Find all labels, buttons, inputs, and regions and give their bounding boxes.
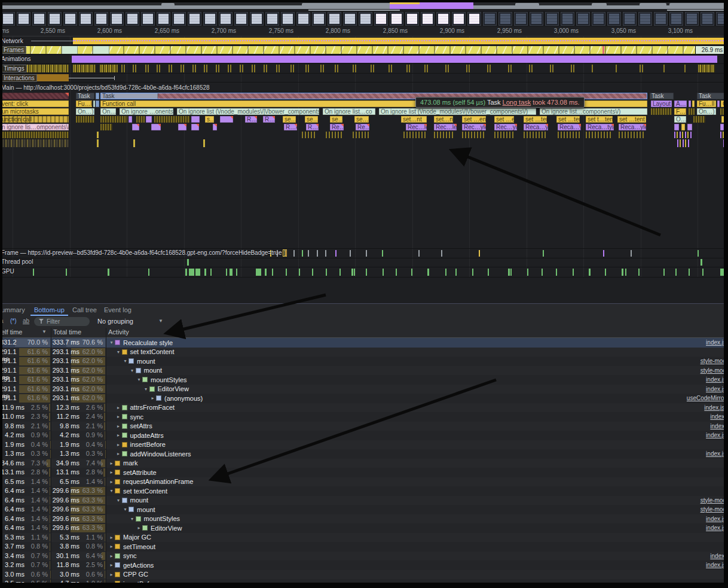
flame-bar[interactable] [151,124,161,130]
table-row[interactable]: 291.1 ms61.6 %293.1 ms62.0 %▸(anonymous)… [0,394,728,403]
expand-icon[interactable]: ▸ [115,405,122,410]
flame-bar[interactable]: On ignore list (\/node_modules\/|\/bower… [379,108,536,115]
collapse-icon[interactable]: ▾ [122,358,129,364]
expand-icon[interactable]: ▸ [108,562,115,568]
table-row[interactable]: 6.4 ms1.4 %299.6 ms63.3 %▾mountstyle-mod [0,496,728,505]
flame-bar[interactable]: O… [721,100,728,107]
filmstrip-thumbnail[interactable] [592,12,605,26]
filmstrip-thumbnail[interactable] [467,12,481,26]
column-self-time[interactable]: elf time [1,328,22,336]
filmstrip-thumbnail[interactable] [203,12,217,26]
table-row[interactable]: 6.4 ms1.4 %299.6 ms63.3 %▾mountStylesind… [0,514,728,524]
source-link[interactable]: index.js [706,339,728,346]
filmstrip-thumbnail[interactable] [234,12,248,26]
filmstrip-thumbnail[interactable] [359,12,372,26]
collapse-icon[interactable]: ▾ [115,498,122,503]
flame-bar[interactable]: Reca…yle [524,124,548,130]
flame-bar[interactable] [220,116,233,123]
chevron-down-icon[interactable]: ▼ [158,318,163,324]
flame-bar[interactable] [721,116,728,123]
expand-icon[interactable]: ▸ [108,581,115,586]
expand-icon[interactable]: ▸ [108,544,115,549]
filmstrip-thumbnail[interactable] [374,12,388,26]
collapse-icon[interactable]: ▾ [108,488,115,493]
flame-bar[interactable]: Rec…le [406,124,427,130]
filmstrip-thumbnail[interactable] [1,12,15,26]
good-frame[interactable] [93,46,109,54]
screenshot-filmstrip[interactable] [0,11,728,26]
table-row[interactable]: 4.2 ms0.9 %4.2 ms0.9 %▸updateAttrsindex.… [0,431,728,440]
source-link[interactable]: index. [710,413,728,420]
flame-bar[interactable]: R…e [284,124,297,130]
filmstrip-thumbnail[interactable] [701,12,714,26]
table-row[interactable]: 11.0 ms2.3 %11.2 ms2.4 %▸syncindex. [0,412,728,422]
flame-bar[interactable]: R… [245,116,257,123]
flame-bar[interactable] [129,116,132,123]
source-link[interactable]: useCodeMirror [687,395,728,401]
timeline-ruler[interactable]: ms 2,550 ms2,600 ms2,650 ms2,700 ms2,750… [0,26,728,36]
expand-icon[interactable]: ▸ [108,553,115,559]
expand-icon[interactable]: ▸ [136,525,142,531]
match-case-icon[interactable]: a [0,318,4,324]
table-row[interactable]: 6.4 ms1.4 %299.6 ms63.3 %▸EditorViewinde… [0,523,728,533]
flame-bar[interactable]: Reca…yle [619,124,646,130]
flame-bar[interactable] [687,124,692,130]
filmstrip-thumbnail[interactable] [32,12,46,26]
filmstrip-thumbnail[interactable] [669,12,683,26]
source-link[interactable]: style-mod [701,497,728,504]
flame-bar[interactable] [692,100,695,107]
flame-bar[interactable]: Re…le [356,124,369,130]
flame-bar[interactable]: n ignore lis…omponents\/) [0,124,69,130]
filmstrip-thumbnail[interactable] [638,12,652,26]
grouping-select[interactable]: No grouping [97,318,133,325]
flame-bar[interactable]: set …ent [462,116,486,123]
expand-icon[interactable]: ▸ [149,395,156,401]
expand-icon[interactable]: ▸ [108,470,115,475]
flame-bar[interactable] [93,100,95,107]
filmstrip-thumbnail[interactable] [219,12,233,26]
source-link[interactable]: index.js [706,516,728,522]
filter-input[interactable]: Filter [34,317,90,326]
table-row[interactable]: 6.4 ms1.4 %299.6 ms63.3 %▾mountstyle-mod [0,505,728,514]
flame-bar[interactable] [213,124,217,130]
tab-bottom-up[interactable]: Bottom-up [34,304,65,316]
table-row[interactable]: 9.8 ms2.1 %9.8 ms2.1 %▸setAttrsindex. [0,422,728,431]
table-row[interactable]: 291.1 ms61.6 %293.1 ms62.0 %▾mountstyle-… [0,366,728,376]
source-link[interactable]: index.js [706,376,728,383]
flame-bar[interactable]: set …ent [494,116,514,123]
table-row[interactable]: 5.3 ms1.1 %5.3 ms1.1 %▸Major GC [0,533,728,543]
table-row[interactable]: 291.1 ms61.6 %293.1 ms62.0 %▾set textCon… [0,348,728,357]
filmstrip-thumbnail[interactable] [545,12,559,26]
flame-bar[interactable] [725,124,728,130]
flame-bar[interactable]: A… [674,100,687,107]
animations-track[interactable]: Animations [0,55,728,64]
flame-bar[interactable]: Fu…ll [76,100,92,107]
collapse-icon[interactable]: ▾ [115,349,122,355]
flame-bar[interactable]: se…t [305,116,318,123]
table-row[interactable]: 6.4 ms1.4 %299.6 ms63.3 %▾set textConten… [0,486,728,496]
flame-bar[interactable]: set …tent [617,116,646,123]
filmstrip-thumbnail[interactable] [141,12,155,26]
collapse-icon[interactable]: ▾ [143,386,149,392]
filmstrip-thumbnail[interactable] [716,12,728,26]
filmstrip-thumbnail[interactable] [110,12,124,26]
flame-bar[interactable]: On…) [697,108,716,115]
flame-bar[interactable]: R… [263,116,275,123]
good-frame[interactable] [62,46,78,54]
flame-bar[interactable]: On…) [76,108,94,115]
filmstrip-thumbnail[interactable] [17,12,30,26]
flame-bar[interactable]: Re…e [330,124,344,130]
table-row[interactable]: 3.2 ms0.7 %11.8 ms2.5 %▸getActionsindex.… [0,560,728,570]
filmstrip-thumbnail[interactable] [79,12,93,26]
table-row[interactable]: 3.4 ms0.7 %30.1 ms6.4 %▸syncindex. [0,552,728,561]
filmstrip-thumbnail[interactable] [452,12,466,26]
flame-bar[interactable]: F…l [674,108,686,115]
collapse-icon[interactable]: ▾ [108,340,115,345]
source-link[interactable]: index.js [706,562,728,568]
flame-bar[interactable]: O… [674,116,686,123]
flame-bar[interactable]: s…t [205,116,214,123]
table-row[interactable]: 34.6 ms7.3 %34.9 ms7.4 %▸mark [0,459,728,468]
filmstrip-thumbnail[interactable] [421,12,435,26]
timings-track[interactable]: Timings [0,64,728,74]
flame-bar[interactable]: Layout [651,100,672,107]
